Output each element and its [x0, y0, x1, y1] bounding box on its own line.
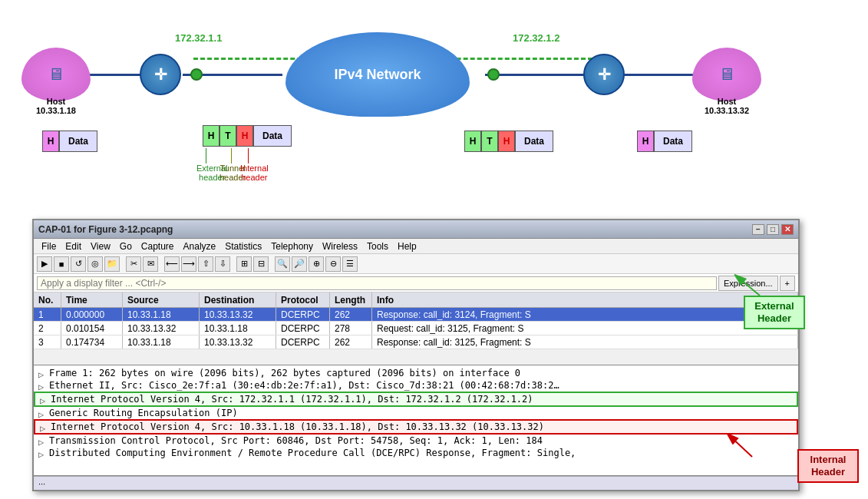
table-row[interactable]: 3 0.174734 10.33.1.18 10.33.13.32 DCERPC…: [34, 335, 798, 349]
pkt-right-H: H: [637, 131, 654, 152]
toolbar-btn-18[interactable]: ☰: [342, 256, 358, 272]
toolbar-btn-9[interactable]: ⟶: [181, 256, 196, 272]
packet-left: H Data: [42, 131, 97, 152]
detail-row-frame[interactable]: ▷ Frame 1: 262 bytes on wire (2096 bits)…: [34, 367, 798, 379]
cell-dst: 10.33.13.32: [200, 335, 276, 349]
detail-row-gre[interactable]: ▷ Generic Routing Encapsulation (IP): [34, 407, 798, 419]
menu-help[interactable]: Help: [393, 241, 421, 252]
packet-middle: H T H Data Externalheader Tunnelheader I…: [203, 125, 356, 193]
triangle-eth: ▷: [38, 382, 46, 389]
minimize-button[interactable]: −: [752, 224, 764, 235]
menu-tools[interactable]: Tools: [362, 241, 393, 252]
menu-view[interactable]: View: [86, 241, 115, 252]
plus-button[interactable]: +: [780, 276, 795, 291]
triangle-tcp: ▷: [38, 437, 46, 444]
ip-left-label: 172.32.1.1: [175, 32, 222, 44]
detail-text-dce: Distributed Computing Environment / Remo…: [49, 448, 576, 458]
router-left: ✛: [140, 54, 181, 95]
detail-text-ip-inner: Internet Protocol Version 4, Src: 10.33.…: [51, 421, 544, 432]
toolbar-btn-6[interactable]: ✂: [126, 256, 141, 272]
cell-dst: 10.33.1.18: [200, 322, 276, 335]
external-header-text: ExternalHeader: [754, 300, 794, 324]
menu-edit[interactable]: Edit: [61, 241, 86, 252]
pkt-rmd-data: Data: [515, 131, 553, 152]
cell-src: 10.33.1.18: [123, 308, 200, 321]
col-header-no: No.: [34, 292, 61, 307]
col-header-time: Time: [61, 292, 123, 307]
computer-left-icon: 🖥: [48, 64, 64, 84]
detail-row-ip-outer[interactable]: ▷ Internet Protocol Version 4, Src: 172.…: [34, 392, 798, 407]
col-header-info: Info: [372, 292, 798, 307]
detail-text-frame: Frame 1: 262 bytes on wire (2096 bits), …: [49, 368, 520, 378]
menu-wireless[interactable]: Wireless: [318, 241, 362, 252]
host-left-cloud: 🖥 Host10.33.1.18: [21, 48, 91, 101]
toolbar-btn-13[interactable]: ⊟: [253, 256, 269, 272]
menu-file[interactable]: File: [37, 241, 61, 252]
toolbar-btn-1[interactable]: ▶: [37, 256, 52, 272]
pkt-mid-H-ext: H: [203, 125, 219, 147]
toolbar-btn-7[interactable]: ✉: [143, 256, 158, 272]
pkt-mid-H-int: H: [236, 125, 253, 147]
packet-detail-pane: ▷ Frame 1: 262 bytes on wire (2096 bits)…: [34, 365, 798, 476]
filter-input[interactable]: [37, 276, 717, 290]
toolbar-btn-8[interactable]: ⟵: [164, 256, 180, 272]
triangle-frame: ▷: [38, 369, 46, 377]
toolbar-btn-4[interactable]: ◎: [87, 256, 103, 272]
toolbar-btn-17[interactable]: ⊖: [325, 256, 341, 272]
menu-statistics[interactable]: Statistics: [220, 241, 266, 252]
host-left-label: Host10.33.1.18: [18, 97, 94, 115]
line-network-right-router: [485, 74, 585, 76]
toolbar-btn-15[interactable]: 🔎: [292, 256, 307, 272]
internal-header-text: InternalHeader: [810, 454, 847, 478]
toolbar-btn-12[interactable]: ⊞: [236, 256, 252, 272]
wireshark-filterbar: Expression... +: [34, 274, 798, 292]
menu-go[interactable]: Go: [115, 241, 137, 252]
cell-len: 278: [330, 322, 372, 335]
toolbar-btn-3[interactable]: ↺: [71, 256, 86, 272]
expression-button[interactable]: Expression...: [718, 276, 778, 291]
table-row[interactable]: 1 0.000000 10.33.1.18 10.33.13.32 DCERPC…: [34, 308, 798, 322]
toolbar-btn-16[interactable]: ⊕: [309, 256, 324, 272]
cell-info: Request: call_id: 3125, Fragment: S: [372, 322, 798, 335]
menu-telephony[interactable]: Telephony: [266, 241, 318, 252]
detail-row-dce[interactable]: ▷ Distributed Computing Environment / Re…: [34, 447, 798, 459]
cell-time: 0.010154: [61, 322, 123, 335]
cell-src: 10.33.13.32: [123, 322, 200, 335]
detail-text-ip-outer: Internet Protocol Version 4, Src: 172.32…: [51, 394, 533, 405]
detail-text-eth: Ethernet II, Src: Cisco_2e:7f:a1 (30:e4:…: [49, 380, 559, 391]
cell-proto: DCERPC: [276, 308, 330, 321]
toolbar-btn-10[interactable]: ⇧: [198, 256, 213, 272]
toolbar-btn-2[interactable]: ■: [54, 256, 69, 272]
router-left-icon: ✛: [154, 65, 167, 84]
toolbar-btn-14[interactable]: 🔍: [275, 256, 290, 272]
packet-list: No. Time Source Destination Protocol Len…: [34, 292, 798, 365]
menu-analyze[interactable]: Analyze: [179, 241, 221, 252]
detail-text-tcp: Transmission Control Protocol, Src Port:…: [49, 435, 543, 446]
detail-row-eth[interactable]: ▷ Ethernet II, Src: Cisco_2e:7f:a1 (30:e…: [34, 379, 798, 392]
network-diagram: 172.32.1.1 172.32.1.2 🖥 Host10.33.1.18 ✛…: [0, 0, 868, 223]
line-right-router-host: [616, 74, 705, 76]
pkt-left-H: H: [42, 131, 59, 152]
pkt-left-data: Data: [59, 131, 97, 152]
table-row[interactable]: 2 0.010154 10.33.13.32 10.33.1.18 DCERPC…: [34, 322, 798, 335]
wireshark-window: CAP-01 for Figure 3-12.pcapng − □ ✕ File…: [32, 219, 800, 491]
cell-info: Response: call_id: 3125, Fragment: S: [372, 335, 798, 349]
detail-row-ip-inner[interactable]: ▷ Internet Protocol Version 4, Src: 10.3…: [34, 419, 798, 435]
router-right-icon: ✛: [598, 65, 611, 84]
toolbar-btn-5[interactable]: 📁: [104, 256, 120, 272]
wireshark-toolbar: ▶ ■ ↺ ◎ 📁 ✂ ✉ ⟵ ⟶ ⇧ ⇩ ⊞ ⊟ 🔍 🔎 ⊕ ⊖ ☰: [34, 254, 798, 274]
menu-capture[interactable]: Capture: [137, 241, 179, 252]
router-right: ✛: [583, 54, 625, 95]
detail-row-tcp[interactable]: ▷ Transmission Control Protocol, Src Por…: [34, 435, 798, 447]
pkt-mid-data: Data: [253, 125, 292, 147]
cell-proto: DCERPC: [276, 335, 330, 349]
pkt-rmd-H-ext: H: [464, 131, 481, 152]
cell-no: 3: [34, 335, 61, 349]
cell-len: 262: [330, 335, 372, 349]
wireshark-statusbar: ···: [34, 476, 798, 490]
toolbar-btn-11[interactable]: ⇩: [215, 256, 230, 272]
maximize-button[interactable]: □: [767, 224, 779, 235]
pkt-rmd-T: T: [481, 131, 498, 152]
close-button[interactable]: ✕: [781, 224, 794, 235]
external-header-callout: ExternalHeader: [744, 296, 805, 329]
